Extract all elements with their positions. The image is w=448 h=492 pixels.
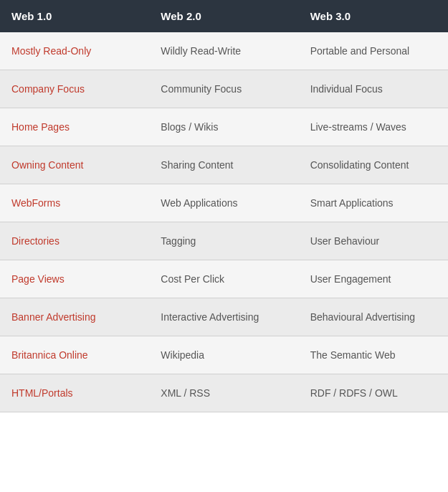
row-0-col1: Mostly Read-Only [0,32,149,70]
row-2-col3: Live-streams / Waves [299,108,448,146]
row-6-col3: User Engagement [299,260,448,298]
table-row: WebFormsWeb ApplicationsSmart Applicatio… [0,184,448,222]
row-9-col2: XML / RSS [149,374,298,412]
row-8-col1: Britannica Online [0,336,149,374]
row-2-col2: Blogs / Wikis [149,108,298,146]
comparison-table: Web 1.0 Web 2.0 Web 3.0 Mostly Read-Only… [0,0,448,412]
row-1-col2: Community Focus [149,70,298,108]
row-6-col1: Page Views [0,260,149,298]
row-1-col3: Individual Focus [299,70,448,108]
row-6-col2: Cost Per Click [149,260,298,298]
table-body: Mostly Read-OnlyWildly Read-WritePortabl… [0,32,448,412]
row-3-col1: Owning Content [0,146,149,184]
header-web3: Web 3.0 [299,0,448,32]
row-9-col1: HTML/Portals [0,374,149,412]
row-1-col1: Company Focus [0,70,149,108]
row-8-col2: Wikipedia [149,336,298,374]
row-9-col3: RDF / RDFS / OWL [299,374,448,412]
row-7-col1: Banner Advertising [0,298,149,336]
row-4-col1: WebForms [0,184,149,222]
table-row: Britannica OnlineWikipediaThe Semantic W… [0,336,448,374]
row-0-col2: Wildly Read-Write [149,32,298,70]
row-5-col3: User Behaviour [299,222,448,260]
row-3-col2: Sharing Content [149,146,298,184]
header-web2: Web 2.0 [149,0,298,32]
row-7-col2: Interactive Advertising [149,298,298,336]
row-4-col3: Smart Applications [299,184,448,222]
row-5-col2: Tagging [149,222,298,260]
header-web1: Web 1.0 [0,0,149,32]
table-row: Company FocusCommunity FocusIndividual F… [0,70,448,108]
row-0-col3: Portable and Personal [299,32,448,70]
table-row: HTML/PortalsXML / RSSRDF / RDFS / OWL [0,374,448,412]
table-row: Owning ContentSharing ContentConsolidati… [0,146,448,184]
row-8-col3: The Semantic Web [299,336,448,374]
row-2-col1: Home Pages [0,108,149,146]
table-header: Web 1.0 Web 2.0 Web 3.0 [0,0,448,32]
table-row: Mostly Read-OnlyWildly Read-WritePortabl… [0,32,448,70]
row-4-col2: Web Applications [149,184,298,222]
table-row: Home PagesBlogs / WikisLive-streams / Wa… [0,108,448,146]
row-7-col3: Behavioural Advertising [299,298,448,336]
row-3-col3: Consolidating Content [299,146,448,184]
table-row: Page ViewsCost Per ClickUser Engagement [0,260,448,298]
table-row: DirectoriesTaggingUser Behaviour [0,222,448,260]
table-row: Banner AdvertisingInteractive Advertisin… [0,298,448,336]
row-5-col1: Directories [0,222,149,260]
